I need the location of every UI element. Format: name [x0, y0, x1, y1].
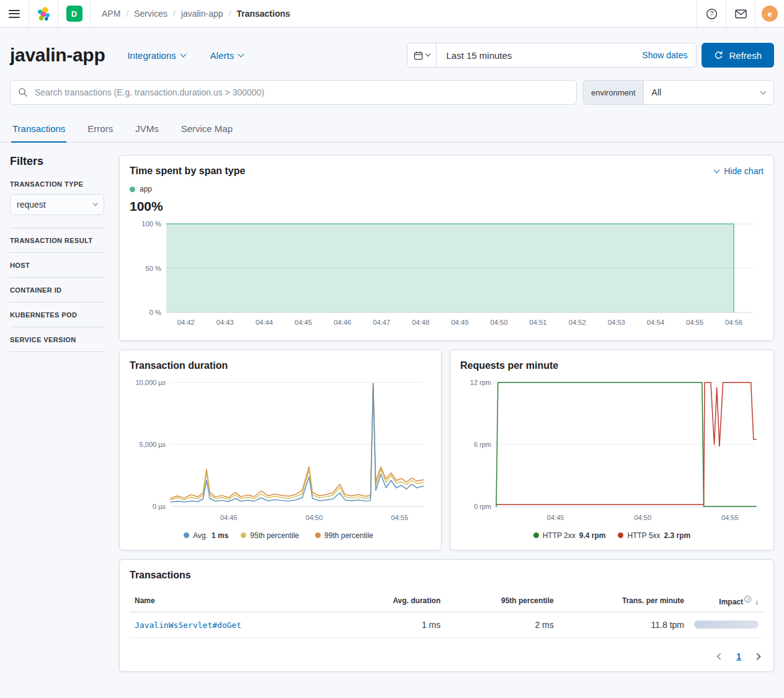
next-page-icon[interactable] [754, 653, 760, 660]
legend-dot-99th [315, 532, 321, 538]
svg-text:10,000 µs: 10,000 µs [136, 379, 166, 386]
search-row: environment All [0, 80, 784, 105]
filter-section-kubernetes-pod[interactable]: KUBERNETES POD [10, 303, 104, 327]
mail-icon[interactable] [735, 9, 747, 19]
filter-section-service-version[interactable]: SERVICE VERSION [10, 327, 104, 352]
svg-text:04:48: 04:48 [412, 319, 429, 326]
sort-desc-icon[interactable]: ↓ [755, 598, 759, 606]
alerts-dropdown[interactable]: Alerts [210, 50, 243, 61]
span-type-legend: app [130, 185, 764, 193]
environment-select[interactable]: All [643, 80, 774, 105]
help-cell[interactable]: ? [697, 0, 726, 27]
transaction-duration-chart[interactable]: 0 µs5,000 µs10,000 µs04:4504:5004:55 [130, 375, 431, 525]
previous-page-icon[interactable] [717, 653, 724, 660]
legend-label-app[interactable]: app [140, 185, 152, 193]
deployment-cell[interactable]: D [58, 0, 91, 27]
account-cell[interactable]: e [755, 0, 784, 27]
transaction-duration-panel: Transaction duration 0 µs5,000 µs10,000 … [119, 350, 442, 550]
search-box [10, 80, 577, 105]
refresh-button[interactable]: Refresh [702, 43, 774, 68]
user-avatar[interactable]: e [762, 6, 778, 22]
menu-cell[interactable] [0, 0, 29, 27]
chevron-down-icon [180, 51, 186, 57]
tab-transactions[interactable]: Transactions [11, 117, 66, 143]
svg-text:04:45: 04:45 [547, 514, 564, 521]
hamburger-menu-icon[interactable] [9, 10, 20, 18]
cell-trans-per-minute: 11.8 tpm [559, 612, 689, 637]
deployment-badge[interactable]: D [66, 6, 82, 22]
newsfeed-cell[interactable] [726, 0, 755, 27]
svg-text:100 %: 100 % [141, 220, 161, 228]
breadcrumb-apm[interactable]: APM [102, 9, 120, 19]
rpm-chart-legend: HTTP 2xx 9.4 rpm HTTP 5xx 2.3 rpm [460, 531, 764, 540]
transaction-type-select[interactable]: request [10, 194, 104, 215]
breadcrumb-service-name[interactable]: javalin-app [181, 9, 223, 19]
legend-http-5xx[interactable]: HTTP 5xx 2.3 rpm [618, 531, 690, 540]
time-range-value[interactable]: Last 15 minutes [437, 50, 642, 61]
environment-label: environment [583, 80, 643, 105]
header-links: Integrations Alerts [127, 50, 243, 61]
integrations-dropdown[interactable]: Integrations [127, 50, 185, 61]
legend-99th-percentile[interactable]: 99th percentile [315, 531, 377, 540]
show-dates-link[interactable]: Show dates [642, 50, 696, 60]
breadcrumb-separator: / [173, 9, 176, 19]
svg-text:04:45: 04:45 [220, 514, 238, 521]
date-picker: Last 15 minutes Show dates [407, 43, 697, 68]
impact-bar [694, 621, 759, 629]
search-transactions-input[interactable] [33, 87, 569, 98]
column-header-avg-duration[interactable]: Avg. duration [341, 590, 445, 612]
chevron-down-icon [714, 167, 720, 173]
pagination: 1 [130, 652, 764, 661]
transactions-table-title: Transactions [130, 570, 764, 581]
svg-text:6 rpm: 6 rpm [474, 441, 491, 448]
calendar-menu-button[interactable] [408, 43, 437, 67]
column-header-95th-percentile[interactable]: 95th percentile [445, 590, 558, 612]
legend-avg[interactable]: Avg. 1 ms [184, 531, 228, 540]
filter-section-container-id[interactable]: CONTAINER ID [10, 278, 104, 303]
transactions-table-panel: Transactions Name Avg. duration 95th per… [119, 559, 774, 672]
chevron-down-icon [760, 88, 767, 94]
filters-heading: Filters [10, 155, 104, 168]
search-icon [18, 87, 28, 97]
charts-row: Transaction duration 0 µs5,000 µs10,000 … [119, 350, 774, 550]
column-header-trans-per-minute[interactable]: Trans. per minute [559, 590, 689, 612]
help-icon[interactable]: ? [706, 8, 718, 20]
elastic-logo-cell[interactable] [29, 0, 58, 27]
tab-errors[interactable]: Errors [86, 117, 114, 142]
legend-dot-app [130, 187, 135, 192]
panels-column: Time spent by span type Hide chart app 1… [119, 155, 774, 672]
info-icon[interactable]: ? [744, 596, 751, 603]
chevron-down-icon [425, 51, 430, 56]
legend-dot-95th [241, 532, 246, 538]
svg-text:04:45: 04:45 [295, 319, 312, 326]
page-number[interactable]: 1 [736, 652, 741, 661]
legend-dot-http2xx [533, 532, 539, 538]
legend-95th-percentile[interactable]: 95th percentile [241, 531, 303, 540]
svg-text:04:55: 04:55 [686, 319, 703, 326]
span-type-current-value: 100% [130, 199, 764, 214]
column-header-impact[interactable]: Impact?↓ [689, 590, 764, 612]
svg-text:04:53: 04:53 [608, 319, 625, 326]
svg-text:04:51: 04:51 [530, 319, 547, 326]
breadcrumb-separator: / [126, 9, 128, 19]
span-type-chart[interactable]: 0 %50 %100 %04:4204:4304:4404:4504:4604:… [130, 218, 764, 330]
chevron-down-icon [93, 201, 98, 206]
tab-service-map[interactable]: Service Map [180, 117, 234, 142]
filter-section-transaction-result[interactable]: TRANSACTION RESULT [10, 228, 104, 253]
hide-chart-toggle[interactable]: Hide chart [715, 166, 764, 176]
breadcrumb-services[interactable]: Services [134, 9, 167, 19]
filter-section-host[interactable]: HOST [10, 253, 104, 278]
span-type-panel: Time spent by span type Hide chart app 1… [119, 155, 774, 341]
cell-avg-duration: 1 ms [341, 612, 445, 637]
requests-per-minute-title: Requests per minute [460, 360, 764, 371]
svg-text:04:54: 04:54 [647, 319, 664, 326]
transaction-name-link[interactable]: JavalinWsServlet#doGet [135, 621, 241, 630]
svg-text:04:46: 04:46 [334, 319, 351, 326]
tab-jvms[interactable]: JVMs [134, 117, 160, 142]
requests-per-minute-chart[interactable]: 0 rpm6 rpm12 rpm04:4504:5004:55 [460, 375, 764, 525]
legend-http-2xx[interactable]: HTTP 2xx 9.4 rpm [533, 531, 606, 540]
svg-text:04:43: 04:43 [216, 319, 234, 326]
column-header-name[interactable]: Name [130, 590, 341, 612]
duration-chart-legend: Avg. 1 ms 95th percentile 99th percentil… [130, 531, 431, 540]
legend-dot-avg [184, 532, 189, 538]
